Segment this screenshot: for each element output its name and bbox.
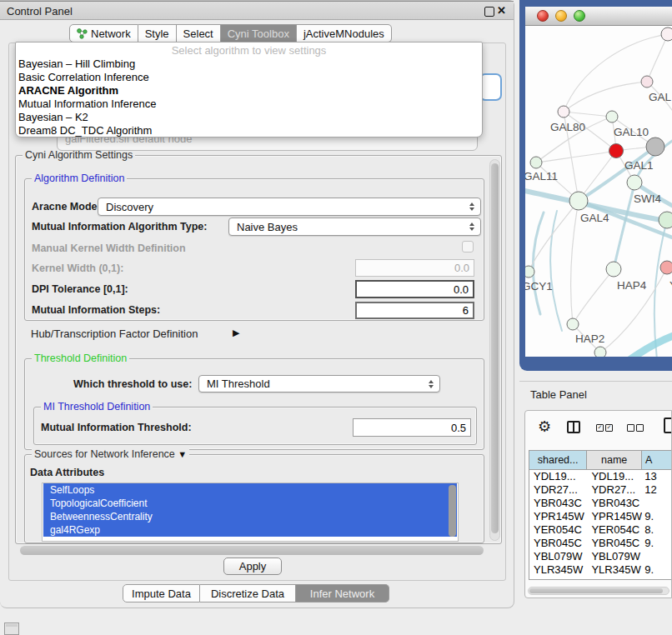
control-panel-tabs: Network Style Select Cyni Toolbox jActiv… <box>69 24 392 42</box>
aracne-mode-label: Aracne Mode: <box>32 201 101 212</box>
tab-infer-network[interactable]: Infer Network <box>296 584 389 602</box>
table-row[interactable]: YDL19...YDL19...13 <box>529 470 672 483</box>
algorithm-option[interactable]: Bayesian – K2 <box>16 111 482 124</box>
select-all-checkbox-icon[interactable]: ✓ <box>605 424 613 432</box>
network-node-gal4[interactable] <box>569 192 588 210</box>
float-window-icon[interactable] <box>484 7 494 17</box>
table-cell: YBL079W <box>587 550 642 563</box>
table-row[interactable]: YBR045CYBR045C9. <box>529 537 672 550</box>
table-row[interactable]: YBL079WYBL079W <box>529 550 672 563</box>
field-value: 0.5 <box>451 422 466 434</box>
network-canvas[interactable]: GALGAL80GAL10GAL1GAL11SWI4GAL4GCY1HAP4YH… <box>525 26 672 357</box>
focused-combo-fragment[interactable] <box>479 73 502 101</box>
algorithm-option[interactable]: Mutual Information Inference <box>16 98 482 111</box>
settings-horizontal-scrollbar[interactable] <box>20 546 484 555</box>
column-header-shared[interactable]: shared... <box>529 451 587 470</box>
manual-kernel-checkbox[interactable] <box>462 241 474 252</box>
table-row[interactable]: YBR043CYBR043C <box>529 497 672 510</box>
table-row[interactable]: YPR145WYPR145W9. <box>529 510 672 523</box>
node-attribute-table: shared... name A YDL19...YDL19...13YDR27… <box>529 450 672 580</box>
table-cell: YBR045C <box>587 537 642 550</box>
aracne-mode-combo[interactable]: Discovery <box>98 198 481 216</box>
table-cell: YDR27... <box>529 483 587 497</box>
column-header-name[interactable]: name <box>587 451 642 470</box>
network-node-hap4[interactable] <box>606 262 621 277</box>
dpi-tolerance-field[interactable]: 0.0 <box>355 280 474 298</box>
deselect-checkbox-icon[interactable] <box>627 424 634 432</box>
table-row[interactable]: YER054CYER054C8. <box>529 523 672 537</box>
kernel-width-field[interactable]: 0.0 <box>355 259 474 277</box>
settings-gear-icon[interactable]: ⚙ <box>538 418 551 436</box>
expand-arrow-icon[interactable]: ▶ <box>233 328 239 338</box>
table-cell: YDR27... <box>587 483 642 497</box>
which-threshold-combo[interactable]: MI Threshold <box>198 375 440 392</box>
tab-network[interactable]: Network <box>69 24 138 42</box>
export-table-icon[interactable] <box>664 418 672 433</box>
network-node-gal-partial[interactable] <box>641 76 653 88</box>
table-cell: YDL19... <box>529 470 587 483</box>
dropdown-prompt: Select algorithm to view settings <box>16 42 482 58</box>
tab-label: Impute Data <box>132 588 191 600</box>
deselect-checkbox-icon[interactable] <box>636 424 644 432</box>
network-node-gal11[interactable] <box>530 157 542 168</box>
collapse-arrow-icon[interactable]: ▼ <box>178 449 187 459</box>
node-label: GCY1 <box>525 280 553 292</box>
tab-cyni-toolbox[interactable]: Cyni Toolbox <box>221 24 297 42</box>
tab-discretize-data[interactable]: Discretize Data <box>200 584 296 602</box>
network-node-swi4[interactable] <box>627 175 642 190</box>
network-node-top-partial[interactable] <box>661 28 672 41</box>
tab-jactivemnodules[interactable]: jActiveMNodules <box>297 24 392 42</box>
algorithm-option[interactable]: Bayesian – Hill Climbing <box>16 58 482 71</box>
mi-threshold-field[interactable]: 0.5 <box>353 418 471 437</box>
network-node-gal1[interactable] <box>609 144 624 158</box>
close-icon[interactable]: ✕ <box>497 4 506 17</box>
attribute-list-item[interactable]: SelfLoops <box>43 483 457 497</box>
network-node-gal10[interactable] <box>606 111 618 122</box>
network-window-titlebar[interactable] <box>525 7 672 26</box>
network-node-right-partial[interactable] <box>659 212 672 228</box>
algorithm-option[interactable]: Basic Correlation Inference <box>16 71 482 84</box>
algorithm-option[interactable]: ARACNE Algorithm <box>16 84 482 98</box>
table-cell: YBR043C <box>587 497 642 510</box>
zoom-traffic-light[interactable] <box>574 10 585 22</box>
dpi-tolerance-label: DPI Tolerance [0,1]: <box>32 283 128 295</box>
manual-kernel-label: Manual Kernel Width Definition <box>32 242 186 254</box>
table-cell <box>642 497 672 510</box>
column-header-partial[interactable]: A <box>642 451 672 470</box>
attribute-list-item[interactable]: gal4RGexp <box>43 523 457 537</box>
combo-stepper-icon <box>469 202 474 211</box>
attribute-list-scrollbar[interactable] <box>449 485 456 537</box>
network-node-gray-hub[interactable] <box>646 138 664 156</box>
group-title: Threshold Definition <box>32 352 129 364</box>
network-node-gcy1[interactable] <box>525 266 534 278</box>
network-node-salmon-partial[interactable] <box>660 261 672 274</box>
table-row[interactable]: YLR345WYLR345W9. <box>529 563 672 577</box>
algorithm-option[interactable]: Dream8 DC_TDC Algorithm <box>16 124 482 138</box>
select-all-checkbox-icon[interactable]: ✓ <box>596 424 604 432</box>
split-columns-icon[interactable] <box>567 421 580 433</box>
apply-button[interactable]: Apply <box>223 558 282 575</box>
tab-style[interactable]: Style <box>138 24 177 42</box>
settings-vertical-scrollbar[interactable] <box>489 159 500 541</box>
table-row[interactable]: YIL052CYIL052C9 <box>529 577 672 580</box>
tab-label: Network <box>91 28 131 40</box>
tab-select[interactable]: Select <box>177 24 221 42</box>
table-cell: YBR045C <box>529 537 587 550</box>
mi-steps-field[interactable]: 6 <box>355 302 474 319</box>
tab-impute-data[interactable]: Impute Data <box>123 584 200 602</box>
hub-definition-label[interactable]: Hub/Transcription Factor Definition <box>31 328 198 340</box>
attribute-list-item[interactable]: BetweennessCentrality <box>43 510 457 523</box>
minimize-traffic-light[interactable] <box>555 10 567 22</box>
table-row[interactable]: YDR27...YDR27...12 <box>529 483 672 497</box>
network-node-bottom-partial[interactable] <box>594 347 606 357</box>
mi-type-combo[interactable]: Naive Bayes <box>228 218 481 236</box>
group-title: MI Threshold Definition <box>41 401 153 412</box>
table-horizontal-scrollbar[interactable] <box>528 587 669 595</box>
network-node-gal80[interactable] <box>558 106 569 118</box>
table-cell: 9. <box>642 537 672 550</box>
table-header-row: shared... name A <box>529 451 672 470</box>
collapsed-panel-icon[interactable] <box>4 622 19 635</box>
attribute-list-item[interactable]: TopologicalCoefficient <box>43 497 457 510</box>
network-node-hap2[interactable] <box>567 318 579 330</box>
close-traffic-light[interactable] <box>537 10 549 22</box>
